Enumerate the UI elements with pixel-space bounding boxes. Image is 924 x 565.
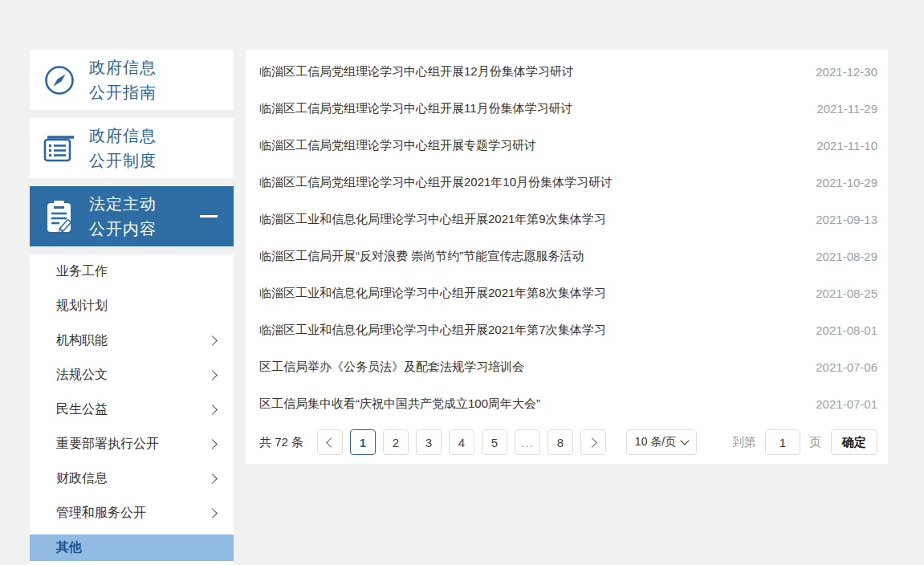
news-row: 临淄区工信局党组理论学习中心组开展11月份集体学习研讨 2021-11-29 (246, 90, 888, 127)
news-date: 2021-09-13 (800, 213, 877, 226)
sidebar-item-other[interactable]: 其他 (30, 535, 234, 561)
news-link[interactable]: 临淄区工业和信息化局理论学习中心组开展2021年第7次集体学习 (259, 323, 606, 338)
total-count: 共 72 条 (259, 435, 303, 450)
sidebar-item-public-welfare[interactable]: 民生公益 (30, 392, 234, 427)
menu-label: 机构职能 (56, 332, 108, 349)
menu-label: 法规公文 (56, 367, 108, 384)
sidebar-card-gov-info-guide[interactable]: 政府信息 公开指南 (30, 50, 234, 110)
sidebar-item-management-services[interactable]: 管理和服务公开 (30, 496, 234, 530)
next-page-button[interactable] (580, 429, 606, 455)
prev-page-button[interactable] (317, 429, 343, 455)
page-button-3[interactable]: 3 (416, 429, 442, 455)
sidebar-card-label: 法定主动 公开内容 (89, 192, 157, 242)
news-row: 临淄区工业和信息化局理论学习中心组开展2021年第9次集体学习 2021-09-… (246, 201, 888, 238)
collapse-minus-icon[interactable] (200, 215, 218, 217)
sidebar-item-key-deployments[interactable]: 重要部署执行公开 (30, 427, 234, 461)
book-list-icon (30, 133, 89, 164)
menu-label: 管理和服务公开 (56, 505, 146, 522)
sidebar-item-business-work[interactable]: 业务工作 (30, 254, 234, 289)
sidebar-item-planning[interactable]: 规划计划 (30, 289, 234, 323)
menu-label: 民生公益 (56, 401, 108, 418)
news-row: 区工信局集中收看“庆祝中国共产党成立100周年大会” 2021-07-01 (246, 385, 888, 422)
news-date: 2021-12-30 (800, 65, 877, 79)
menu-label: 重要部署执行公开 (56, 436, 159, 453)
chevron-right-icon (207, 335, 218, 346)
news-date: 2021-08-29 (800, 250, 877, 263)
goto-prefix-label: 到第 (732, 435, 756, 450)
news-date: 2021-08-01 (800, 323, 877, 337)
news-link[interactable]: 区工信局集中收看“庆祝中国共产党成立100周年大会” (259, 396, 540, 412)
clipboard-pencil-icon (30, 198, 89, 235)
menu-label: 财政信息 (56, 470, 108, 487)
sidebar-submenu: 业务工作 规划计划 机构职能 法规公文 民生公益 重要部署执行公开 财政信息 管… (30, 254, 234, 565)
news-link[interactable]: 临淄区工信局开展“反对浪费 崇尚节约”节能宣传志愿服务活动 (259, 249, 584, 264)
compass-icon (30, 63, 89, 97)
news-link[interactable]: 区工信局举办《公务员法》及配套法规学习培训会 (259, 360, 524, 375)
news-link[interactable]: 临淄区工业和信息化局理论学习中心组开展2021年第9次集体学习 (259, 212, 606, 227)
menu-label: 业务工作 (56, 263, 108, 280)
page-button-1[interactable]: 1 (350, 429, 376, 455)
content-panel: 临淄区工信局党组理论学习中心组开展12月份集体学习研讨 2021-12-30 临… (246, 50, 888, 464)
pagination: 共 72 条 1 2 3 4 5 ... 8 10 条/页 到第 页 确定 (259, 429, 888, 455)
news-link[interactable]: 临淄区工信局党组理论学习中心组开展专题学习研讨 (259, 138, 536, 153)
chevron-right-icon (207, 404, 218, 415)
news-date: 2021-11-10 (800, 139, 877, 152)
sidebar: 政府信息 公开指南 政府信息 公开制度 (30, 50, 234, 565)
chevron-right-icon (207, 439, 218, 449)
menu-label: 规划计划 (56, 298, 108, 315)
sidebar-item-org-functions[interactable]: 机构职能 (30, 323, 234, 358)
sidebar-item-fiscal-info[interactable]: 财政信息 (30, 461, 234, 496)
page-size-value: 10 条/页 (635, 435, 676, 449)
news-date: 2021-11-29 (800, 102, 877, 116)
news-row: 临淄区工信局开展“反对浪费 崇尚节约”节能宣传志愿服务活动 2021-08-29 (246, 238, 888, 274)
page-button-2[interactable]: 2 (383, 429, 409, 455)
news-row: 区工信局举办《公务员法》及配套法规学习培训会 2021-07-06 (246, 348, 888, 385)
page-button-5[interactable]: 5 (482, 429, 507, 455)
news-row: 临淄区工信局党组理论学习中心组开展12月份集体学习研讨 2021-12-30 (246, 53, 888, 90)
sidebar-item-regulations[interactable]: 法规公文 (30, 358, 234, 392)
page-button-4[interactable]: 4 (449, 429, 474, 455)
chevron-right-icon (207, 370, 218, 380)
news-row: 临淄区工业和信息化局理论学习中心组开展2021年第7次集体学习 2021-08-… (246, 311, 888, 348)
page-size-select[interactable]: 10 条/页 (626, 429, 697, 455)
menu-label: 其他 (56, 539, 82, 556)
sidebar-card-statutory-disclosure[interactable]: 法定主动 公开内容 (30, 186, 234, 246)
chevron-right-icon (207, 508, 218, 518)
news-link[interactable]: 临淄区工信局党组理论学习中心组开展2021年10月份集体学习研讨 (259, 175, 613, 190)
goto-page-input[interactable] (765, 429, 800, 455)
confirm-button[interactable]: 确定 (831, 429, 877, 455)
sidebar-card-gov-info-system[interactable]: 政府信息 公开制度 (30, 118, 234, 178)
chevron-left-icon (326, 437, 336, 448)
goto-suffix-label: 页 (809, 435, 821, 450)
page-button-8[interactable]: 8 (547, 429, 573, 455)
page-ellipsis-button[interactable]: ... (515, 429, 540, 455)
sidebar-card-label: 政府信息 公开制度 (89, 124, 157, 173)
news-link[interactable]: 临淄区工业和信息化局理论学习中心组开展2021年第8次集体学习 (259, 286, 606, 301)
news-date: 2021-08-25 (800, 287, 877, 300)
news-row: 临淄区工信局党组理论学习中心组开展2021年10月份集体学习研讨 2021-10… (246, 164, 888, 201)
chevron-down-icon (681, 436, 690, 445)
news-row: 临淄区工信局党组理论学习中心组开展专题学习研讨 2021-11-10 (246, 127, 888, 164)
news-list: 临淄区工信局党组理论学习中心组开展12月份集体学习研讨 2021-12-30 临… (246, 50, 888, 422)
sidebar-card-label: 政府信息 公开指南 (89, 55, 157, 105)
chevron-right-icon (587, 437, 597, 448)
news-link[interactable]: 临淄区工信局党组理论学习中心组开展11月份集体学习研讨 (259, 101, 573, 116)
news-link[interactable]: 临淄区工信局党组理论学习中心组开展12月份集体学习研讨 (259, 64, 574, 79)
news-date: 2021-10-29 (800, 176, 877, 189)
news-date: 2021-07-01 (800, 397, 877, 411)
news-row: 临淄区工业和信息化局理论学习中心组开展2021年第8次集体学习 2021-08-… (246, 274, 888, 311)
chevron-right-icon (207, 474, 218, 484)
goto-page-group: 到第 页 确定 (732, 429, 877, 455)
news-date: 2021-07-06 (800, 360, 877, 374)
